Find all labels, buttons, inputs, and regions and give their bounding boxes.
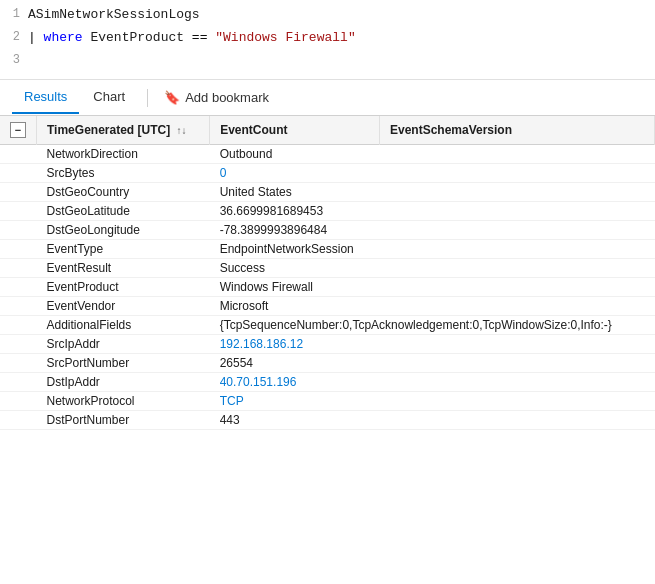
row-expand-cell	[0, 221, 37, 240]
row-expand-cell	[0, 392, 37, 411]
table-row: NetworkDirectionOutbound	[0, 145, 655, 164]
table-row: SrcIpAddr192.168.186.12	[0, 335, 655, 354]
line-number-1: 1	[0, 5, 28, 24]
field-name-cell: DstIpAddr	[37, 373, 210, 392]
row-expand-cell	[0, 259, 37, 278]
tab-results[interactable]: Results	[12, 81, 79, 114]
query-line-3: 3	[0, 50, 655, 71]
row-expand-cell	[0, 164, 37, 183]
field-name-cell: NetworkDirection	[37, 145, 210, 164]
line-number-2: 2	[0, 28, 28, 47]
field-value-cell: {TcpSequenceNumber:0,TcpAcknowledgement:…	[210, 316, 655, 335]
field-name-cell: DstPortNumber	[37, 411, 210, 430]
field-value-cell: 192.168.186.12	[210, 335, 655, 354]
field-value-cell: Outbound	[210, 145, 655, 164]
where-keyword: where	[44, 30, 83, 45]
line-number-3: 3	[0, 51, 28, 70]
field-value-cell: United States	[210, 183, 655, 202]
field-value-cell: 40.70.151.196	[210, 373, 655, 392]
field-name-cell: EventType	[37, 240, 210, 259]
table-row: SrcBytes0	[0, 164, 655, 183]
row-expand-cell	[0, 316, 37, 335]
field-value-cell: -78.3899993896484	[210, 221, 655, 240]
row-expand-cell	[0, 278, 37, 297]
row-expand-cell	[0, 240, 37, 259]
col-event-count: EventCount	[210, 116, 380, 145]
equals-op: ==	[192, 30, 208, 45]
field-name-cell: SrcBytes	[37, 164, 210, 183]
field-value-cell: Success	[210, 259, 655, 278]
add-bookmark-button[interactable]: 🔖 Add bookmark	[156, 86, 277, 109]
col-event-schema-version: EventSchemaVersion	[379, 116, 654, 145]
table-row: EventVendorMicrosoft	[0, 297, 655, 316]
query-line-2: 2 | where EventProduct == "Windows Firew…	[0, 27, 655, 50]
table-row: EventTypeEndpointNetworkSession	[0, 240, 655, 259]
field-value-cell: Windows Firewall	[210, 278, 655, 297]
field-value-cell: Microsoft	[210, 297, 655, 316]
expand-button[interactable]: −	[10, 122, 26, 138]
field-name-cell: SrcPortNumber	[37, 354, 210, 373]
field-name-cell: SrcIpAddr	[37, 335, 210, 354]
field-name-cell: NetworkProtocol	[37, 392, 210, 411]
field-name-text: EventProduct	[83, 30, 192, 45]
field-name-cell: DstGeoCountry	[37, 183, 210, 202]
table-row: DstPortNumber443	[0, 411, 655, 430]
tab-divider	[147, 89, 148, 107]
col-expand: −	[0, 116, 37, 145]
results-area[interactable]: − TimeGenerated [UTC] ↑↓ EventCount Even…	[0, 116, 655, 584]
table-row: NetworkProtocolTCP	[0, 392, 655, 411]
tabs-bar: Results Chart 🔖 Add bookmark	[0, 80, 655, 116]
table-row: SrcPortNumber26554	[0, 354, 655, 373]
field-value-cell: 26554	[210, 354, 655, 373]
row-expand-cell	[0, 202, 37, 221]
table-row: DstIpAddr40.70.151.196	[0, 373, 655, 392]
tab-chart[interactable]: Chart	[81, 81, 137, 114]
line-content-1: ASimNetworkSessionLogs	[28, 5, 655, 26]
table-row: AdditionalFields{TcpSequenceNumber:0,Tcp…	[0, 316, 655, 335]
field-name-cell: DstGeoLongitude	[37, 221, 210, 240]
row-expand-cell	[0, 335, 37, 354]
row-expand-cell	[0, 411, 37, 430]
col-time-generated[interactable]: TimeGenerated [UTC] ↑↓	[37, 116, 210, 145]
field-value-cell: 0	[210, 164, 655, 183]
sort-icon: ↑↓	[176, 125, 186, 136]
query-editor[interactable]: 1 ASimNetworkSessionLogs 2 | where Event…	[0, 0, 655, 80]
row-expand-cell	[0, 297, 37, 316]
field-name-cell: EventVendor	[37, 297, 210, 316]
row-expand-cell	[0, 145, 37, 164]
bookmark-icon: 🔖	[164, 90, 180, 105]
add-bookmark-label: Add bookmark	[185, 90, 269, 105]
row-expand-cell	[0, 373, 37, 392]
table-row: EventProductWindows Firewall	[0, 278, 655, 297]
field-name-cell: DstGeoLatitude	[37, 202, 210, 221]
field-value-cell: EndpointNetworkSession	[210, 240, 655, 259]
field-name-cell: EventProduct	[37, 278, 210, 297]
table-row: EventResultSuccess	[0, 259, 655, 278]
row-expand-cell	[0, 183, 37, 202]
row-expand-cell	[0, 354, 37, 373]
field-value-cell: 443	[210, 411, 655, 430]
field-value-cell: 36.6699981689453	[210, 202, 655, 221]
table-header-row: − TimeGenerated [UTC] ↑↓ EventCount Even…	[0, 116, 655, 145]
string-value: "Windows Firewall"	[207, 30, 355, 45]
field-name-cell: AdditionalFields	[37, 316, 210, 335]
query-line-1: 1 ASimNetworkSessionLogs	[0, 4, 655, 27]
field-name-cell: EventResult	[37, 259, 210, 278]
field-value-cell: TCP	[210, 392, 655, 411]
pipe-op: |	[28, 30, 44, 45]
table-row: DstGeoCountryUnited States	[0, 183, 655, 202]
table-row: DstGeoLongitude-78.3899993896484	[0, 221, 655, 240]
line-content-2: | where EventProduct == "Windows Firewal…	[28, 28, 655, 49]
table-row: DstGeoLatitude36.6699981689453	[0, 202, 655, 221]
results-table: − TimeGenerated [UTC] ↑↓ EventCount Even…	[0, 116, 655, 430]
